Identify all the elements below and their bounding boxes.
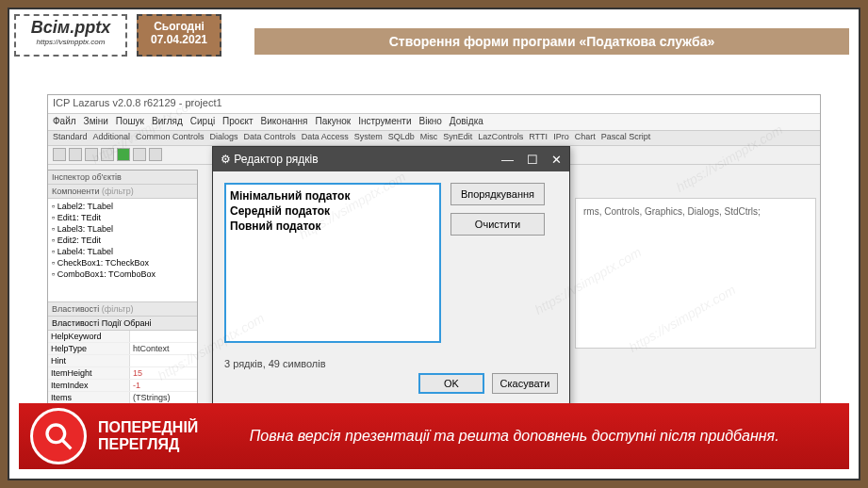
clear-button[interactable]: Очистити [450,213,545,236]
slide-title: Створення форми програми «Податкова служ… [254,28,849,55]
palette-tab[interactable]: Misc [420,132,438,141]
logo-text: Всім.pptx [16,18,125,38]
date-label: Сьогодні [139,20,220,33]
property-row[interactable]: ItemIndex-1 [48,380,197,392]
tree-item[interactable]: ▫ Edit2: TEdit [50,235,195,246]
preview-banner: ПОПЕРЕДНІЙ ПЕРЕГЛЯД Повна версія презент… [19,403,849,469]
svg-line-1 [62,440,71,448]
strings-textarea[interactable]: Мінімальний податокСередній податокПовни… [224,183,441,343]
palette-tab[interactable]: Common Controls [136,132,205,141]
logo-url: https://vsimpptx.com [16,38,125,46]
palette-tab[interactable]: Data Access [302,132,349,141]
toolbar-button[interactable] [69,148,82,161]
component-tree[interactable]: ▫ Label2: TLabel▫ Edit1: TEdit▫ Label3: … [48,199,197,302]
logo-badge: Всім.pptx https://vsimpptx.com [14,14,127,57]
menu-item[interactable]: Файл [53,116,76,126]
property-tabs[interactable]: Властивості Події Обрані [48,317,197,331]
palette-tab[interactable]: System [354,132,383,141]
property-row[interactable]: HelpKeyword [48,331,197,343]
menu-item[interactable]: Сирці [190,116,215,126]
dialog-titlebar[interactable]: ⚙ Редактор рядків — ☐ ✕ [213,147,569,171]
tree-item[interactable]: ▫ Label4: TLabel [50,246,195,257]
menu-item[interactable]: Пошук [116,116,144,126]
close-icon[interactable]: ✕ [551,153,562,167]
palette-tab[interactable]: SynEdit [443,132,472,141]
window-title: ICP Lazarus v2.0.8 r62129 - project1 [48,95,820,114]
palette-tab[interactable]: LazControls [478,132,523,141]
dialog-status: 3 рядків, 49 символів [213,354,569,373]
menu-item[interactable]: Зміни [84,116,108,126]
inspector-title: Інспектор об'єктів [48,171,197,185]
component-palette-tabs[interactable]: StandardAdditionalCommon ControlsDialogs… [48,131,820,146]
toolbar-button[interactable] [101,148,114,161]
menu-item[interactable]: Пакунок [315,116,351,126]
menu-item[interactable]: Вікно [419,116,442,126]
cancel-button[interactable]: Скасувати [492,373,558,394]
palette-tab[interactable]: Pascal Script [601,132,651,141]
maximize-icon[interactable]: ☐ [527,153,538,167]
main-menu[interactable]: ФайлЗміниПошукВиглядСирціПроєктВиконання… [48,114,820,131]
tree-item[interactable]: ▫ Label3: TLabel [50,223,195,235]
tree-item[interactable]: ▫ Edit1: TEdit [50,212,195,223]
code-fragment: rms, Controls, Graphics, Dialogs, StdCtr… [583,206,761,217]
toolbar-button[interactable] [53,148,66,161]
toolbar-button[interactable] [133,148,146,161]
palette-tab[interactable]: Chart [575,132,596,141]
magnifier-icon [30,408,87,464]
menu-item[interactable]: Вигляд [152,116,183,126]
palette-tab[interactable]: Dialogs [210,132,238,141]
date-value: 07.04.2021 [139,33,220,46]
toolbar-button[interactable] [149,148,162,161]
palette-tab[interactable]: Standard [53,132,88,141]
source-editor[interactable]: rms, Controls, Graphics, Dialogs, StdCtr… [575,198,816,349]
menu-item[interactable]: Довідка [450,116,483,126]
list-line: Повний податок [230,219,435,234]
tree-item[interactable]: ▫ CheckBox1: TCheckBox [50,257,195,268]
palette-tab[interactable]: SQLdb [388,132,415,141]
palette-tab[interactable]: IPro [553,132,569,141]
dialog-title: Редактор рядків [234,153,318,166]
string-editor-dialog: ⚙ Редактор рядків — ☐ ✕ Мінімальний пода… [212,146,570,419]
components-header: Компоненти (фільтр) [48,185,197,199]
toolbar-button[interactable] [85,148,98,161]
list-line: Середній податок [230,203,435,219]
menu-item[interactable]: Виконання [261,116,308,126]
tree-item[interactable]: ▫ ComboBox1: TComboBox [50,268,195,280]
property-row[interactable]: Hint [48,355,197,367]
menu-item[interactable]: Інструменти [358,116,411,126]
date-badge: Сьогодні 07.04.2021 [137,14,221,57]
svg-point-0 [47,425,65,443]
properties-header: Властивості (фільтр) [48,302,197,317]
palette-tab[interactable]: Data Controls [244,132,296,141]
list-line: Мінімальний податок [230,188,435,203]
minimize-icon[interactable]: — [501,153,514,167]
tree-item[interactable]: ▫ Label2: TLabel [50,201,195,212]
menu-item[interactable]: Проєкт [222,116,253,126]
ok-button[interactable]: OK [418,373,484,394]
run-button[interactable] [117,148,130,161]
palette-tab[interactable]: Additional [93,132,131,141]
property-row[interactable]: ItemHeight15 [48,367,197,380]
preview-label: ПОПЕРЕДНІЙ ПЕРЕГЛЯД [98,419,198,452]
palette-tab[interactable]: RTTI [529,132,548,141]
property-row[interactable]: HelpTypehtContext [48,343,197,355]
preview-message: Повна версія презентації та решта доповн… [198,428,849,445]
sort-button[interactable]: Впорядкування [450,183,545,205]
